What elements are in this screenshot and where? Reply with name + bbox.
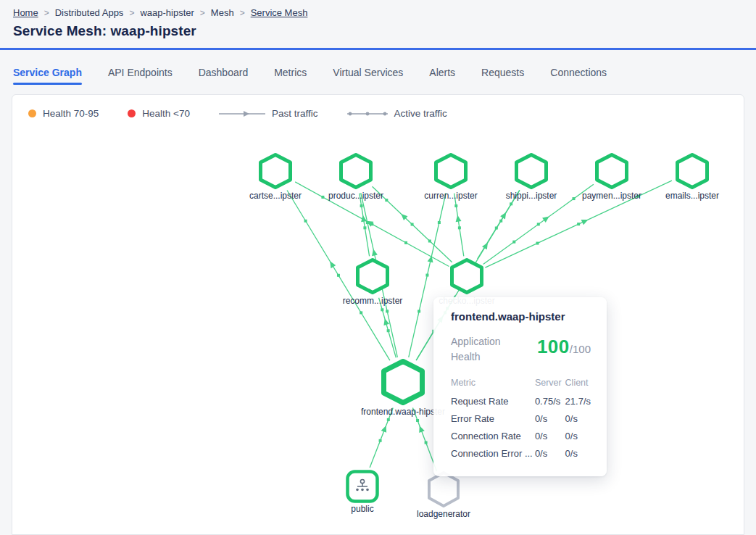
node-public[interactable]: public (346, 470, 379, 503)
node-label-public: public (351, 504, 373, 514)
node-frontend[interactable]: frontend.waap-hipster (381, 358, 425, 406)
client-value: 0/s (565, 427, 591, 444)
health-max: /100 (570, 343, 591, 355)
health-label: Application Health (451, 334, 518, 365)
tooltip-title: frontend.waap-hipster (451, 310, 591, 323)
server-value: 0.75/s (535, 392, 565, 410)
node-label-frontend: frontend.waap-hipster (361, 407, 445, 417)
health-score: 100 (537, 336, 570, 358)
client-value: 0/s (565, 410, 591, 427)
metric-table-header: Metric Server Client (451, 375, 591, 392)
metric-name: Request Rate (451, 392, 535, 410)
node-tooltip: frontend.waap-hipster Application Health… (433, 297, 607, 476)
server-value: 0/s (535, 427, 565, 444)
metric-name: Error Rate (451, 410, 535, 427)
node-label-emailservice: emails...ipster (665, 191, 719, 201)
node-label-shippingservice: shippi...ipster (506, 191, 557, 201)
node-paymentservice[interactable]: paymen...ipster (594, 152, 629, 190)
client-value: 21.7/s (565, 392, 591, 410)
table-row: Error Rate 0/s 0/s (451, 410, 591, 427)
metric-col-header: Metric (451, 375, 535, 392)
server-value: 0/s (535, 444, 565, 462)
health-value: 100 /100 (537, 336, 591, 358)
table-row: Connection Error ... 0/s 0/s (451, 444, 591, 462)
node-label-cartservice: cartse...ipster (249, 191, 302, 201)
node-checkout[interactable]: checko...ipster (449, 257, 484, 295)
client-col-header: Client (565, 375, 591, 392)
table-row: Request Rate 0.75/s 21.7/s (451, 392, 591, 410)
application-health-row: Application Health 100 /100 (451, 334, 591, 365)
node-cartservice[interactable]: cartse...ipster (258, 152, 293, 190)
node-label-loadgenerator: loadgenerator (417, 509, 470, 519)
node-label-currencyservice: curren...ipster (424, 191, 477, 201)
metric-name: Connection Rate (451, 427, 535, 444)
metric-name: Connection Error ... (451, 444, 535, 462)
table-row: Connection Rate 0/s 0/s (451, 427, 591, 444)
node-productcatalog[interactable]: produc...ipster (338, 152, 373, 190)
node-recommendation[interactable]: recomm...ipster (355, 257, 390, 295)
node-currencyservice[interactable]: curren...ipster (433, 152, 468, 190)
node-emailservice[interactable]: emails...ipster (675, 152, 710, 190)
server-col-header: Server (535, 375, 565, 392)
node-label-paymentservice: paymen...ipster (582, 191, 641, 201)
node-shippingservice[interactable]: shippi...ipster (514, 152, 549, 190)
node-label-productcatalog: produc...ipster (328, 191, 383, 201)
client-value: 0/s (565, 444, 591, 462)
node-label-recommendation: recomm...ipster (343, 296, 403, 306)
server-value: 0/s (535, 410, 565, 427)
metric-table: Metric Server Client Request Rate 0.75/s… (451, 375, 591, 462)
service-graph-nodes: cartse...ipsterproduc...ipstercurren...i… (0, 0, 756, 535)
